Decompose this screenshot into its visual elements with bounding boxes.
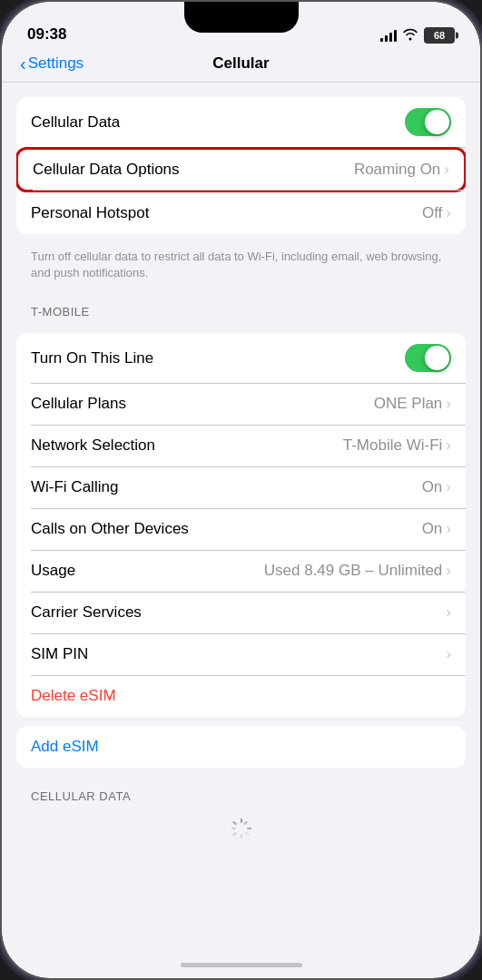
sim-pin-row[interactable]: SIM PIN ›: [16, 633, 466, 675]
tmobile-settings-group: Turn On This Line Cellular Plans ONE Pla…: [16, 333, 466, 717]
turn-on-line-toggle[interactable]: [405, 344, 451, 372]
phone-screen: 09:38 68: [2, 2, 480, 978]
add-esim-group: Add eSIM: [16, 726, 466, 768]
delete-esim-label: Delete eSIM: [31, 687, 116, 705]
wifi-calling-value: On ›: [422, 478, 451, 496]
delete-esim-row[interactable]: Delete eSIM: [16, 675, 466, 717]
signal-bar-2: [385, 35, 388, 42]
wifi-calling-label: Wi-Fi Calling: [31, 478, 118, 496]
personal-hotspot-chevron-icon: ›: [446, 204, 451, 222]
cellular-data-section-label: CELLULAR DATA: [2, 777, 480, 808]
top-settings-group: Cellular Data Cellular Data Options Roam…: [16, 97, 466, 234]
cellular-data-options-label: Cellular Data Options: [33, 161, 180, 179]
cellular-data-label: Cellular Data: [31, 113, 120, 132]
personal-hotspot-label: Personal Hotspot: [31, 204, 149, 222]
network-selection-chevron-icon: ›: [446, 436, 451, 455]
wifi-calling-chevron-icon: ›: [446, 478, 451, 496]
cellular-data-helper: Turn off cellular data to restrict all d…: [2, 243, 480, 290]
cellular-data-options-text: Roaming On: [354, 161, 440, 179]
cellular-plans-label: Cellular Plans: [31, 395, 126, 413]
status-bar: 09:38 68: [2, 2, 480, 51]
svg-rect-4: [232, 821, 237, 826]
calls-other-devices-row[interactable]: Calls on Other Devices On ›: [16, 508, 466, 550]
status-time: 09:38: [27, 25, 66, 44]
svg-rect-2: [231, 828, 236, 829]
usage-row[interactable]: Usage Used 8.49 GB – Unlimited ›: [16, 550, 466, 592]
cellular-plans-chevron-icon: ›: [446, 395, 451, 413]
spinner-icon: [231, 818, 252, 839]
turn-on-line-row[interactable]: Turn On This Line: [16, 333, 466, 383]
page-title: Cellular: [212, 54, 269, 73]
calls-other-devices-text: On: [422, 520, 443, 538]
personal-hotspot-text: Off: [422, 204, 442, 222]
personal-hotspot-value: Off ›: [422, 204, 451, 222]
network-selection-label: Network Selection: [31, 436, 155, 455]
signal-bar-1: [380, 38, 383, 42]
svg-rect-3: [247, 828, 251, 829]
back-label: Settings: [28, 54, 84, 73]
wifi-icon: [402, 28, 418, 44]
cellular-data-options-chevron-icon: ›: [444, 161, 449, 179]
wifi-calling-text: On: [422, 478, 443, 496]
add-esim-label: Add eSIM: [31, 738, 99, 756]
signal-bar-4: [394, 30, 397, 42]
svg-rect-6: [243, 821, 248, 826]
carrier-services-label: Carrier Services: [31, 603, 142, 622]
cellular-plans-text: ONE Plan: [374, 395, 443, 413]
signal-bars-icon: [380, 29, 397, 42]
phone-frame: 09:38 68: [0, 0, 482, 980]
tmobile-section-label: T-MOBILE: [2, 290, 480, 324]
toggle-thumb-2: [425, 346, 449, 370]
calls-other-devices-chevron-icon: ›: [446, 520, 451, 538]
carrier-services-value: ›: [446, 603, 451, 622]
home-indicator: [181, 963, 302, 967]
network-selection-value: T-Mobile Wi-Fi ›: [343, 436, 451, 455]
usage-label: Usage: [31, 562, 75, 580]
cellular-data-options-row[interactable]: Cellular Data Options Roaming On ›: [16, 147, 466, 192]
svg-rect-1: [241, 834, 242, 838]
carrier-services-chevron-icon: ›: [446, 603, 451, 622]
turn-on-line-label: Turn On This Line: [31, 349, 153, 368]
svg-rect-5: [245, 832, 250, 837]
cellular-plans-row[interactable]: Cellular Plans ONE Plan ›: [16, 383, 466, 425]
back-button[interactable]: ‹ Settings: [20, 54, 84, 74]
cellular-plans-value: ONE Plan ›: [374, 395, 451, 413]
svg-rect-0: [241, 818, 242, 823]
cellular-data-row[interactable]: Cellular Data: [16, 97, 466, 147]
svg-rect-7: [232, 832, 237, 837]
nav-bar: ‹ Settings Cellular: [2, 51, 480, 83]
cellular-data-toggle[interactable]: [405, 108, 451, 136]
sim-pin-value: ›: [446, 645, 451, 663]
toggle-thumb: [425, 110, 449, 134]
loading-spinner: [2, 808, 480, 848]
calls-other-devices-label: Calls on Other Devices: [31, 520, 189, 538]
usage-text: Used 8.49 GB – Unlimited: [264, 562, 443, 580]
back-chevron-icon: ‹: [20, 54, 26, 74]
usage-value: Used 8.49 GB – Unlimited ›: [264, 562, 451, 580]
notch: [184, 2, 299, 33]
add-esim-row[interactable]: Add eSIM: [16, 726, 466, 768]
content-area: Cellular Data Cellular Data Options Roam…: [2, 83, 480, 959]
network-selection-text: T-Mobile Wi-Fi: [343, 436, 443, 455]
status-icons: 68: [380, 27, 455, 44]
network-selection-row[interactable]: Network Selection T-Mobile Wi-Fi ›: [16, 425, 466, 466]
battery-icon: 68: [424, 27, 455, 44]
cellular-data-options-value: Roaming On ›: [354, 161, 449, 179]
usage-chevron-icon: ›: [446, 562, 451, 580]
wifi-calling-row[interactable]: Wi-Fi Calling On ›: [16, 466, 466, 508]
sim-pin-label: SIM PIN: [31, 645, 88, 663]
calls-other-devices-value: On ›: [422, 520, 451, 538]
carrier-services-row[interactable]: Carrier Services ›: [16, 592, 466, 633]
personal-hotspot-row[interactable]: Personal Hotspot Off ›: [16, 192, 466, 234]
signal-bar-3: [389, 33, 392, 42]
sim-pin-chevron-icon: ›: [446, 645, 451, 663]
